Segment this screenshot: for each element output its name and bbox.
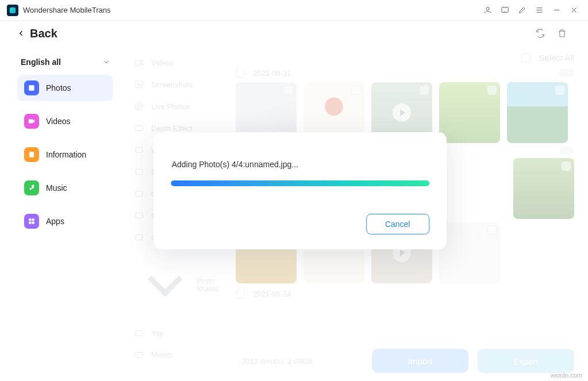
select-all-checkbox[interactable]	[521, 53, 531, 63]
content-footer: 3013 Item(s), 2.03GB Import Export	[236, 349, 574, 373]
user-icon[interactable]	[480, 3, 495, 18]
app-title: Wondershare MobileTrans	[23, 6, 110, 14]
date-group-2[interactable]: 2021-05-14	[236, 287, 574, 303]
sub-item-meishi[interactable]: Meishi	[132, 344, 228, 366]
app-logo	[7, 5, 18, 16]
back-button[interactable]: Back	[17, 27, 57, 40]
svg-rect-14	[136, 126, 143, 131]
photo-thumbnail[interactable]	[513, 158, 574, 219]
svg-rect-19	[136, 235, 143, 240]
sub-item-yay[interactable]: Yay	[132, 322, 228, 344]
sidebar-header-label: English all	[21, 57, 61, 67]
minimize-icon[interactable]	[549, 3, 564, 18]
date-checkbox[interactable]	[236, 68, 245, 78]
svg-rect-16	[136, 170, 143, 175]
edit-icon[interactable]	[514, 3, 529, 18]
sidebar-item-photos[interactable]: Photos	[17, 75, 113, 101]
category-sidebar: English all Photos Videos Information Mu…	[0, 46, 124, 381]
svg-rect-8	[32, 222, 34, 224]
svg-rect-15	[136, 148, 143, 153]
thumb-checkbox[interactable]	[284, 86, 293, 95]
play-icon	[393, 103, 411, 122]
sidebar-item-label: Videos	[46, 117, 71, 126]
svg-point-11	[138, 83, 141, 86]
trash-icon[interactable]	[554, 25, 571, 42]
thumb-checkbox[interactable]	[562, 161, 571, 171]
dialog-message: Adding Photo(s) 4/4:unnamed.jpg...	[171, 160, 429, 169]
svg-rect-7	[29, 222, 31, 224]
sidebar-item-label: Photos	[46, 83, 71, 93]
svg-rect-18	[136, 213, 143, 218]
svg-point-12	[137, 105, 141, 108]
svg-rect-10	[136, 81, 143, 88]
import-button[interactable]: Import	[372, 349, 468, 373]
svg-rect-3	[29, 120, 33, 124]
svg-rect-5	[29, 218, 31, 221]
thumb-checkbox[interactable]	[555, 86, 564, 95]
back-label: Back	[30, 27, 57, 40]
sub-item-videos[interactable]: Videos	[132, 52, 228, 74]
sub-section-photoshared[interactable]: Photo Shared	[132, 248, 228, 322]
svg-point-13	[135, 102, 143, 110]
close-icon[interactable]	[566, 3, 581, 18]
back-row: Back	[0, 21, 588, 46]
feedback-icon[interactable]	[497, 3, 512, 18]
select-all-row[interactable]: Select All	[236, 52, 574, 66]
sidebar-item-label: Information	[46, 150, 86, 159]
progress-bar	[171, 180, 429, 186]
sidebar-item-music[interactable]: Music	[17, 175, 113, 201]
information-icon	[24, 147, 39, 162]
sidebar-item-videos[interactable]: Videos	[17, 108, 113, 134]
svg-rect-6	[32, 218, 34, 221]
svg-rect-21	[136, 352, 143, 357]
svg-rect-4	[29, 152, 34, 157]
svg-rect-17	[136, 191, 143, 197]
menu-icon[interactable]	[532, 3, 547, 18]
thumb-checkbox[interactable]	[487, 86, 497, 95]
date-group-1[interactable]: 2021-08-31	[236, 66, 574, 82]
count-badge	[559, 69, 574, 77]
svg-point-0	[486, 7, 489, 10]
sidebar-item-apps[interactable]: Apps	[17, 208, 113, 234]
svg-rect-20	[136, 330, 143, 336]
date-checkbox[interactable]	[236, 289, 245, 298]
progress-fill	[171, 180, 429, 186]
thumb-checkbox[interactable]	[352, 86, 361, 95]
chevron-down-icon	[103, 59, 110, 66]
thumb-checkbox[interactable]	[420, 86, 429, 95]
photo-thumbnail[interactable]	[439, 222, 500, 283]
apps-icon	[24, 214, 39, 229]
sidebar-item-label: Apps	[46, 217, 64, 226]
titlebar: Wondershare MobileTrans	[0, 0, 588, 21]
date-label: 2021-05-14	[253, 290, 291, 298]
photos-icon	[24, 80, 39, 95]
count-badge	[559, 147, 574, 155]
svg-rect-1	[501, 7, 508, 13]
export-button[interactable]: Export	[478, 349, 574, 373]
sidebar-item-information[interactable]: Information	[17, 141, 113, 168]
svg-rect-2	[29, 85, 34, 90]
thumb-checkbox[interactable]	[487, 226, 497, 235]
music-icon	[24, 180, 39, 195]
refresh-icon[interactable]	[532, 25, 549, 42]
svg-rect-9	[135, 60, 141, 66]
videos-icon	[24, 114, 39, 129]
photo-thumbnail[interactable]	[439, 82, 500, 143]
cancel-button[interactable]: Cancel	[366, 214, 429, 234]
date-label: 2021-08-31	[253, 69, 291, 78]
footer-info: 3013 Item(s), 2.03GB	[241, 357, 313, 365]
sub-item-livephotos[interactable]: Live Photos	[132, 95, 228, 117]
sidebar-item-label: Music	[46, 183, 67, 193]
photo-thumbnail[interactable]	[507, 82, 568, 143]
sidebar-dropdown[interactable]: English all	[17, 53, 113, 75]
progress-dialog: Adding Photo(s) 4/4:unnamed.jpg... Cance…	[153, 132, 447, 249]
select-all-label: Select All	[539, 53, 574, 63]
sub-item-screenshots[interactable]: Screenshots	[132, 74, 228, 95]
watermark: wsxdn.com	[551, 372, 582, 379]
chevron-down-icon	[134, 254, 197, 317]
